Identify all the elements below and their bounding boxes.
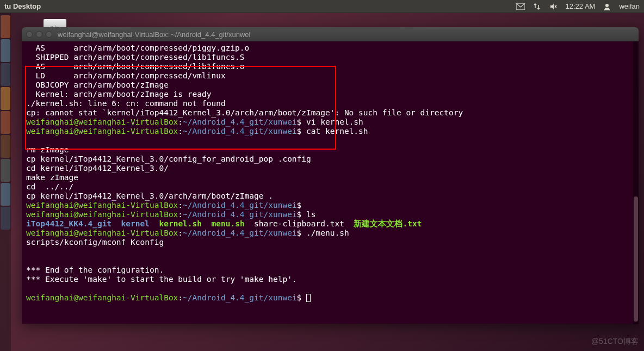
volume-icon[interactable] [549, 2, 558, 11]
unity-launcher [0, 13, 11, 351]
clock[interactable]: 12:22 AM [565, 2, 595, 10]
mail-icon[interactable] [516, 2, 525, 11]
launcher-item[interactable] [1, 135, 10, 158]
terminal-content[interactable]: AS arch/arm/boot/compressed/piggy.gzip.o… [22, 41, 639, 324]
launcher-item[interactable] [1, 159, 10, 182]
svg-point-3 [605, 4, 609, 7]
watermark: @51CTO博客 [591, 337, 639, 347]
scrollbar-thumb[interactable] [634, 196, 638, 322]
app-menu-label[interactable]: tu Desktop [4, 2, 41, 10]
close-icon[interactable] [26, 31, 33, 38]
user-icon[interactable] [603, 2, 611, 11]
maximize-icon[interactable] [46, 31, 52, 38]
launcher-item[interactable] [1, 15, 10, 38]
network-icon[interactable] [532, 2, 541, 11]
window-titlebar[interactable]: weifanghai@weifanghai-VirtualBox: ~/Andr… [22, 27, 639, 41]
minimize-icon[interactable] [36, 31, 42, 38]
launcher-item[interactable] [1, 39, 10, 62]
launcher-item[interactable] [1, 63, 10, 86]
launcher-item[interactable] [1, 183, 10, 206]
scrollbar-track[interactable] [633, 41, 639, 324]
launcher-item[interactable] [1, 207, 10, 230]
launcher-item[interactable] [1, 111, 10, 134]
terminal-window: weifanghai@weifanghai-VirtualBox: ~/Andr… [22, 27, 639, 324]
window-title: weifanghai@weifanghai-VirtualBox: ~/Andr… [58, 30, 250, 39]
launcher-item[interactable] [1, 87, 10, 110]
top-menu-bar: tu Desktop 12:22 AM weifan [0, 0, 644, 13]
username-label[interactable]: weifan [619, 2, 640, 10]
